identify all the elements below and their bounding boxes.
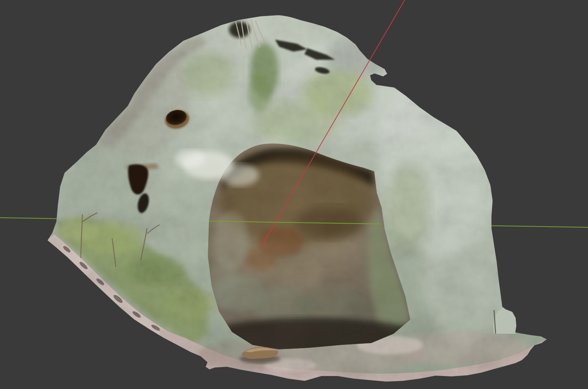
viewport-3d[interactable] (0, 0, 588, 389)
